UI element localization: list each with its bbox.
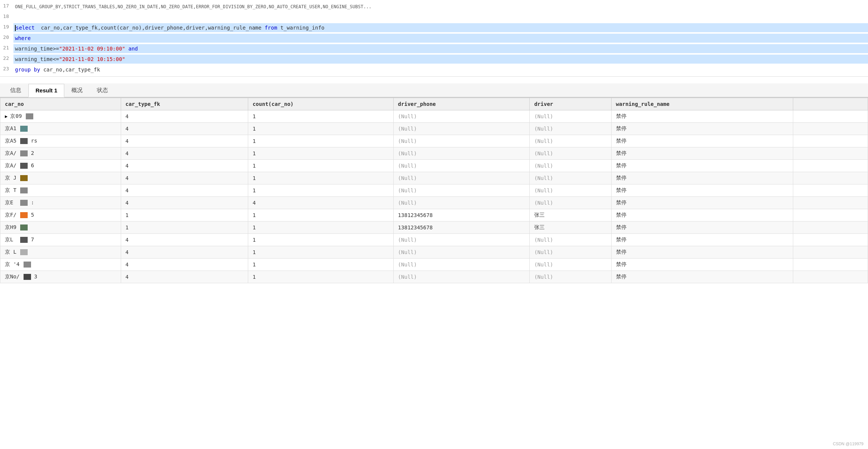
cell-warning-rule-name: 禁停 xyxy=(611,271,793,283)
cell-count: 1 xyxy=(248,160,393,172)
cell-warning-rule-name: 禁停 xyxy=(611,135,793,147)
cell-car-type-fk: 4 xyxy=(121,234,248,246)
tab-result1[interactable]: Result 1 xyxy=(28,84,64,97)
cell-warning-rule-name: 禁停 xyxy=(611,246,793,259)
cell-empty xyxy=(793,246,868,259)
table-row[interactable]: 京F/ 5 1 1 13812345678 张三 禁停 xyxy=(0,209,868,222)
tab-status[interactable]: 状态 xyxy=(90,83,115,97)
cell-driver: (Null) xyxy=(530,246,611,259)
table-row[interactable]: 京E : 4 4 (Null) (Null) 禁停 xyxy=(0,197,868,209)
tab-overview[interactable]: 概况 xyxy=(64,83,90,97)
line-num-21: 21 xyxy=(0,44,13,51)
code-line-21: 21 warning_time>="2021-11-02 09:10:00" a… xyxy=(0,43,868,54)
cell-empty xyxy=(793,197,868,209)
cell-driver: (Null) xyxy=(530,197,611,209)
cell-car-no: 京A5 rs xyxy=(0,135,121,147)
table-row[interactable]: 京No/ 3 4 1 (Null) (Null) 禁停 xyxy=(0,271,868,283)
table-row[interactable]: 京A/ 2 4 1 (Null) (Null) 禁停 xyxy=(0,147,868,160)
cell-car-no: 京L 7 xyxy=(0,234,121,246)
cell-warning-rule-name: 禁停 xyxy=(611,259,793,271)
cell-warning-rule-name: 禁停 xyxy=(611,197,793,209)
cell-warning-rule-name: 禁停 xyxy=(611,147,793,160)
cell-empty xyxy=(793,160,868,172)
code-line-17: 17 ONE_FULL_GROUP_BY,STRICT_TRANS_TABLES… xyxy=(0,1,868,12)
cell-driver: (Null) xyxy=(530,234,611,246)
cell-car-no: 京A/ 2 xyxy=(0,147,121,160)
cell-empty xyxy=(793,234,868,246)
line-num-17: 17 xyxy=(0,2,13,9)
cell-car-no: 京 J xyxy=(0,172,121,184)
cell-count: 1 xyxy=(248,147,393,160)
cell-car-no: 京A/ 6 xyxy=(0,160,121,172)
table-row[interactable]: 京A5 rs 4 1 (Null) (Null) 禁停 xyxy=(0,135,868,147)
table-row[interactable]: 京A/ 6 4 1 (Null) (Null) 禁停 xyxy=(0,160,868,172)
car-thumbnail xyxy=(20,163,28,169)
line-num-22: 22 xyxy=(0,55,13,61)
cell-driver-phone: (Null) xyxy=(393,160,530,172)
cell-warning-rule-name: 禁停 xyxy=(611,110,793,123)
table-row[interactable]: 京 '4 4 1 (Null) (Null) 禁停 xyxy=(0,259,868,271)
cell-driver-phone: 13812345678 xyxy=(393,209,530,222)
cell-driver-phone: (Null) xyxy=(393,246,530,259)
cell-driver: 张三 xyxy=(530,222,611,234)
row-pointer: ▶ xyxy=(5,114,10,119)
col-header-extra[interactable] xyxy=(793,98,868,110)
col-header-driver[interactable]: driver xyxy=(530,98,611,110)
car-thumbnail xyxy=(20,237,28,243)
cell-count: 1 xyxy=(248,184,393,197)
car-thumbnail xyxy=(20,126,28,132)
cell-driver: (Null) xyxy=(530,259,611,271)
col-header-car-no[interactable]: car_no xyxy=(0,98,121,110)
code-line-20: 20 where xyxy=(0,33,868,43)
table-row[interactable]: 京H9 1 1 13812345678 张三 禁停 xyxy=(0,222,868,234)
tabs-bar: 信息 Result 1 概况 状态 xyxy=(0,83,868,98)
car-thumbnail xyxy=(24,262,31,268)
cell-car-type-fk: 4 xyxy=(121,172,248,184)
cell-count: 1 xyxy=(248,234,393,246)
cell-warning-rule-name: 禁停 xyxy=(611,222,793,234)
col-header-car-type-fk[interactable]: car_type_fk xyxy=(121,98,248,110)
cell-driver-phone: (Null) xyxy=(393,259,530,271)
line-content-18 xyxy=(13,13,868,22)
cell-driver: (Null) xyxy=(530,160,611,172)
table-row[interactable]: 京 J 4 1 (Null) (Null) 禁停 xyxy=(0,172,868,184)
table-row[interactable]: 京A1 4 1 (Null) (Null) 禁停 xyxy=(0,123,868,135)
cell-warning-rule-name: 禁停 xyxy=(611,209,793,222)
cell-car-type-fk: 4 xyxy=(121,246,248,259)
code-line-23: 23 group by car_no,car_type_fk xyxy=(0,64,868,75)
line-content-21: warning_time>="2021-11-02 09:10:00" and xyxy=(13,44,868,53)
cell-car-no: 京No/ 3 xyxy=(0,271,121,283)
cell-car-no: 京F/ 5 xyxy=(0,209,121,222)
cell-car-type-fk: 1 xyxy=(121,222,248,234)
cell-count: 1 xyxy=(248,135,393,147)
cell-driver-phone: (Null) xyxy=(393,135,530,147)
table-row[interactable]: ▶ 京09 4 1 (Null) (Null) 禁停 xyxy=(0,110,868,123)
cell-empty xyxy=(793,259,868,271)
car-thumbnail xyxy=(20,187,28,193)
col-header-driver-phone[interactable]: driver_phone xyxy=(393,98,530,110)
cell-driver-phone: (Null) xyxy=(393,197,530,209)
car-thumbnail xyxy=(20,175,28,181)
editor-area: 17 ONE_FULL_GROUP_BY,STRICT_TRANS_TABLES… xyxy=(0,0,868,77)
car-thumbnail xyxy=(20,200,28,206)
cell-warning-rule-name: 禁停 xyxy=(611,160,793,172)
line-content-20: where xyxy=(13,34,868,43)
cell-driver: 张三 xyxy=(530,209,611,222)
col-header-warning-rule-name[interactable]: warning_rule_name xyxy=(611,98,793,110)
cell-empty xyxy=(793,172,868,184)
cell-driver-phone: 13812345678 xyxy=(393,222,530,234)
cell-car-no: 京 '4 xyxy=(0,259,121,271)
table-row[interactable]: 京 T 4 1 (Null) (Null) 禁停 xyxy=(0,184,868,197)
cell-car-no: 京 L xyxy=(0,246,121,259)
col-header-count[interactable]: count(car_no) xyxy=(248,98,393,110)
line-num-20: 20 xyxy=(0,34,13,40)
tab-info[interactable]: 信息 xyxy=(3,83,28,97)
cell-empty xyxy=(793,147,868,160)
table-container[interactable]: car_no car_type_fk count(car_no) driver_… xyxy=(0,98,868,283)
table-row[interactable]: 京L 7 4 1 (Null) (Null) 禁停 xyxy=(0,234,868,246)
cell-car-no: 京A1 xyxy=(0,123,121,135)
cell-driver-phone: (Null) xyxy=(393,172,530,184)
cell-driver: (Null) xyxy=(530,135,611,147)
table-row[interactable]: 京 L 4 1 (Null) (Null) 禁停 xyxy=(0,246,868,259)
cell-driver-phone: (Null) xyxy=(393,147,530,160)
